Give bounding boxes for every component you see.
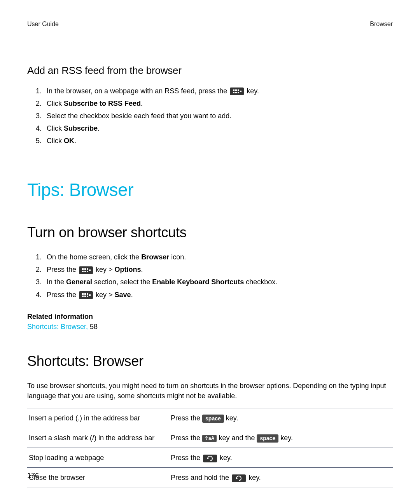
rss-steps: In the browser, on a webpage with an RSS… (27, 86, 393, 146)
turn-on-heading: Turn on browser shortcuts (27, 222, 393, 243)
text: key. (226, 414, 238, 422)
rss-step-3: Select the checkbox beside each feed tha… (44, 111, 393, 121)
text: Click (47, 137, 64, 145)
turn-on-step-3: In the General section, select the Enabl… (44, 277, 393, 287)
text: Press the (47, 266, 78, 273)
shortcut-desc: Stop loading a webpage (27, 448, 169, 468)
text: checkbox. (244, 278, 277, 286)
text: . (74, 137, 76, 145)
rss-heading: Add an RSS feed from the browser (27, 63, 393, 78)
rss-step-2: Click Subscribe to RSS Feed. (44, 98, 393, 108)
text: Press the (47, 291, 78, 299)
shortcut-action: Press and hold the key. (169, 468, 393, 488)
text: Click (47, 124, 64, 132)
header-right: Browser (370, 19, 393, 28)
text: . (98, 124, 100, 132)
rss-step-4: Click Subscribe. (44, 123, 393, 133)
text: Click (47, 100, 64, 107)
shortcuts-intro: To use browser shortcuts, you might need… (27, 381, 393, 401)
bold: Subscribe (64, 124, 98, 132)
menu-key-icon (79, 266, 93, 274)
text: key and the (219, 434, 257, 442)
related-info-line: Shortcuts: Browser, 58 (27, 322, 393, 332)
bold: Options (115, 266, 141, 273)
bold: Browser (141, 253, 169, 261)
table-row: Close the browser Press and hold the key… (27, 468, 393, 488)
rss-step-1: In the browser, on a webpage with an RSS… (44, 86, 393, 96)
text: key > (96, 291, 115, 299)
text: Press the (171, 434, 202, 442)
space-key-icon: space (257, 434, 278, 443)
shortcut-action: Press the ⇧aA key and the space key. (169, 428, 393, 448)
text: On the home screen, click the (47, 253, 141, 261)
shortcuts-table: Insert a period (.) in the address bar P… (27, 408, 393, 488)
shortcut-desc: Insert a slash mark (/) in the address b… (27, 428, 169, 448)
back-key-icon (232, 474, 246, 482)
related-page: 58 (90, 323, 98, 331)
text: key > (96, 266, 115, 273)
shortcut-desc: Insert a period (.) in the address bar (27, 408, 169, 428)
shortcut-action: Press the key. (169, 448, 393, 468)
shift-key-icon: ⇧aA (202, 435, 217, 442)
text: section, select the (92, 278, 152, 286)
turn-on-step-2: Press the key > Options. (44, 264, 393, 275)
text: Press and hold the (171, 474, 231, 481)
turn-on-steps: On the home screen, click the Browser ic… (27, 252, 393, 299)
turn-on-step-1: On the home screen, click the Browser ic… (44, 252, 393, 262)
text: . (141, 266, 143, 273)
table-row: Insert a period (.) in the address bar P… (27, 408, 393, 428)
text: key. (248, 474, 261, 481)
turn-on-step-4: Press the key > Save. (44, 290, 393, 300)
text: key. (247, 87, 259, 95)
menu-key-icon (230, 88, 244, 95)
text: icon. (169, 253, 186, 261)
page-header: User Guide Browser (27, 19, 393, 28)
text: key. (220, 454, 232, 462)
menu-key-icon (79, 291, 93, 299)
related-info-label: Related information (27, 312, 393, 322)
text: Press the (171, 414, 202, 422)
bold: General (66, 278, 92, 286)
text: key. (280, 434, 293, 442)
back-key-icon (203, 455, 217, 462)
bold: Enable Keyboard Shortcuts (152, 278, 244, 286)
shortcut-desc: Close the browser (27, 468, 169, 488)
text: In the (47, 278, 66, 286)
page-number: 176 (27, 471, 39, 481)
table-row: Stop loading a webpage Press the key. (27, 448, 393, 468)
text: Press the (171, 454, 202, 462)
shortcut-action: Press the space key. (169, 408, 393, 428)
bold: OK (64, 137, 74, 145)
bold: Subscribe to RSS Feed (64, 100, 141, 107)
shortcuts-heading: Shortcuts: Browser (27, 351, 393, 371)
text: In the browser, on a webpage with an RSS… (47, 87, 229, 95)
tips-heading: Tips: Browser (27, 177, 393, 203)
related-link[interactable]: Shortcuts: Browser, (27, 323, 90, 331)
rss-step-5: Click OK. (44, 136, 393, 146)
space-key-icon: space (202, 415, 224, 423)
header-left: User Guide (27, 19, 59, 28)
text: . (131, 291, 133, 299)
table-row: Insert a slash mark (/) in the address b… (27, 428, 393, 448)
bold: Save (115, 291, 131, 299)
text: . (141, 100, 143, 107)
